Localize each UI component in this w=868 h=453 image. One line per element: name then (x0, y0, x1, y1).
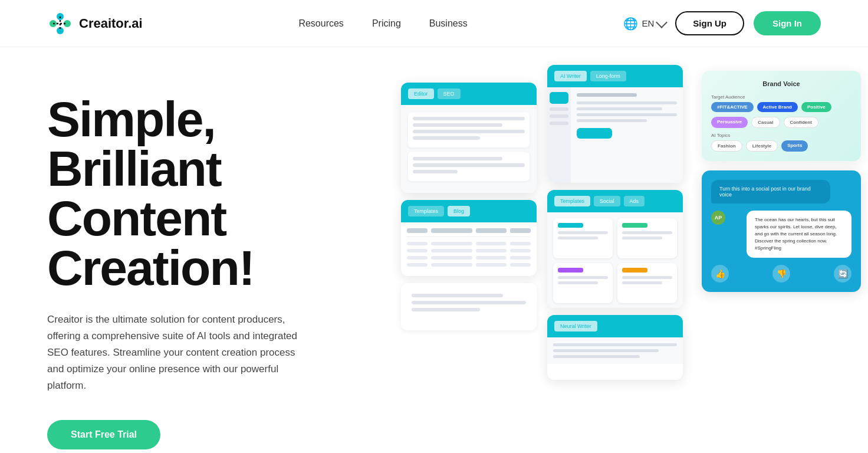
content-block-1a (408, 112, 530, 147)
line (413, 117, 525, 120)
bv-pill: #FIT&ACTIVE (711, 102, 754, 112)
thumbs-up-btn[interactable]: 👍 (711, 265, 729, 283)
writing-content (407, 289, 531, 319)
th-1 (407, 228, 428, 233)
bv-pill: Positive (801, 102, 831, 112)
td (476, 242, 507, 245)
line (622, 223, 647, 228)
card-tab-1b: SEO (438, 88, 461, 99)
bv-pill: Persuasive (711, 117, 748, 128)
line (558, 223, 583, 228)
hero-title: Simple, Brilliant Content Creation! (47, 94, 377, 293)
bv-pill: Casual (751, 117, 780, 128)
screenshot-card-center-1: AI Writer Long-form (547, 65, 683, 183)
nav-link-resources[interactable]: Resources (298, 18, 343, 29)
card-header-center-2: Templates Social Ads (547, 190, 683, 212)
line (413, 130, 525, 133)
content-block-1b (408, 152, 530, 181)
editor-main (571, 87, 683, 183)
card-tab-c3a: Neural Writer (554, 321, 597, 331)
line (622, 231, 672, 234)
bv-ai-topics: Fashion Lifestyle Sports (711, 140, 851, 152)
card-body-center-3 (547, 337, 683, 364)
table-row (407, 263, 531, 267)
card-tab-c2a: Templates (554, 196, 590, 206)
line (622, 237, 662, 239)
card-tab-c1b: Long-form (590, 71, 626, 81)
line (412, 308, 480, 311)
signup-button[interactable]: Sign Up (675, 11, 744, 35)
line (413, 163, 525, 167)
line (413, 136, 480, 140)
sidebar-item (550, 122, 568, 125)
nav-link-business[interactable]: Business (429, 18, 468, 29)
brand-voice-card: Brand Voice Target Audience #FIT&ACTIVE … (702, 71, 861, 161)
td (431, 249, 472, 252)
td (431, 256, 472, 260)
th-4 (510, 228, 531, 233)
start-trial-button[interactable]: Start Free Trial (47, 420, 160, 449)
logo[interactable]: Creaitor.ai (47, 11, 143, 37)
line (577, 113, 677, 116)
td (431, 242, 472, 245)
bv-pill: Sports (781, 140, 808, 152)
line (577, 93, 637, 97)
line (413, 157, 502, 160)
language-selector[interactable]: 🌐 EN (623, 17, 666, 31)
line (622, 281, 662, 284)
line (558, 281, 598, 284)
th-3 (476, 228, 507, 233)
brand-voice-title: Brand Voice (711, 80, 851, 87)
template-grid (547, 212, 683, 308)
screenshots-col-right: Brand Voice Target Audience #FIT&ACTIVE … (702, 71, 861, 292)
screenshot-card-3 (401, 283, 537, 330)
line (558, 231, 608, 234)
line (622, 276, 672, 279)
bv-pill: Fashion (711, 140, 742, 152)
line (558, 268, 583, 273)
td (476, 263, 507, 267)
bv-label-tones: Target Audience (711, 94, 851, 100)
card-header-2: Templates Blog (401, 200, 537, 222)
refresh-btn[interactable]: 🔄 (834, 265, 851, 283)
nav-links: Resources Pricing Business (298, 18, 467, 29)
card-header-center-3: Neural Writer (547, 315, 683, 337)
line (577, 107, 662, 110)
template-card (553, 218, 613, 258)
chevron-down-icon (656, 17, 668, 28)
card-tab-c1a: AI Writer (554, 71, 587, 81)
nav-link-pricing[interactable]: Pricing (372, 18, 401, 29)
td (476, 249, 507, 252)
chat-card: Turn this into a social post in our bran… (702, 170, 861, 292)
screenshots-col-center: AI Writer Long-form (547, 65, 683, 380)
td (431, 263, 472, 267)
line (553, 343, 677, 346)
hero-left: Simple, Brilliant Content Creation! Crea… (47, 83, 377, 449)
line (622, 268, 647, 273)
td (510, 256, 531, 260)
signin-button[interactable]: Sign In (754, 11, 821, 35)
flag-icon: 🌐 (623, 17, 638, 31)
bv-label-ai: AI Topics (711, 133, 851, 138)
line (413, 123, 502, 127)
template-card (553, 263, 613, 303)
table-row (407, 256, 531, 260)
td (407, 263, 428, 267)
sidebar-item (550, 114, 568, 118)
table-header (407, 228, 531, 237)
screenshot-card-center-2: Templates Social Ads (547, 190, 683, 308)
hero-description: Creaitor is the ultimate solution for co… (47, 311, 301, 394)
lang-code: EN (642, 18, 654, 28)
thumbs-down-btn[interactable]: 👎 (772, 265, 790, 283)
sidebar-active-item (550, 92, 568, 104)
td (407, 256, 428, 260)
line (553, 355, 640, 358)
editor-with-sidebar (547, 87, 683, 183)
td (407, 249, 428, 252)
navbar: Creaitor.ai Resources Pricing Business 🌐… (0, 0, 868, 47)
mini-sidebar (547, 87, 571, 183)
bv-pill: Active Brand (757, 102, 798, 112)
hero-screenshots: Editor SEO (401, 83, 821, 453)
card-header-1: Editor SEO (401, 83, 537, 105)
hero-section: Simple, Brilliant Content Creation! Crea… (0, 47, 868, 453)
